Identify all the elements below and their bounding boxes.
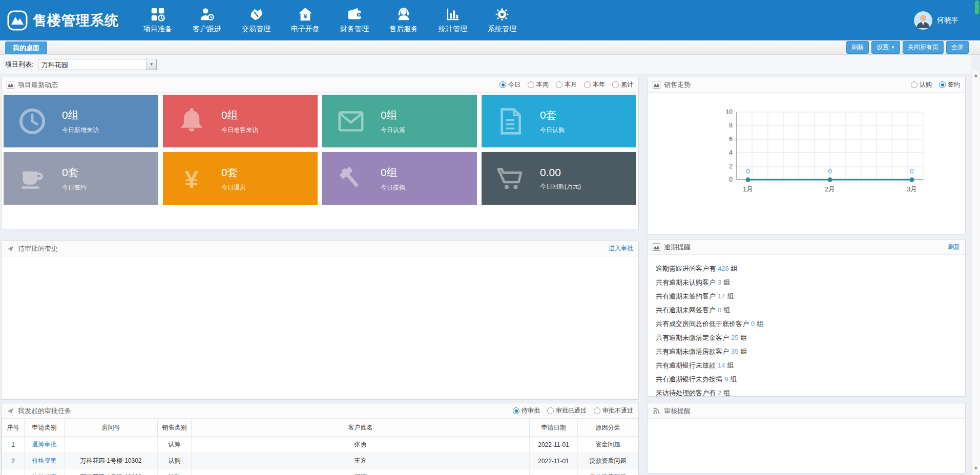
svg-text:3月: 3月 bbox=[907, 185, 917, 193]
card-contracts[interactable]: 0套 今日签约 bbox=[4, 152, 158, 205]
panel-overdue-header: 逾期提醒 刷新 bbox=[648, 240, 965, 255]
project-select-dropdown-button[interactable]: ▼ bbox=[147, 59, 156, 70]
radio-pending-approval[interactable]: 待审批 bbox=[513, 406, 540, 415]
refresh-button[interactable]: 刷新 bbox=[846, 41, 869, 54]
card-subscriptions[interactable]: 0组 今日认筹 bbox=[322, 95, 477, 147]
tab-actions: 刷新 设置 ▼ 关闭所有页 全屏 bbox=[846, 40, 980, 54]
after-sales-icon bbox=[396, 7, 411, 22]
audit-reminder-body bbox=[648, 419, 965, 473]
project-select[interactable]: 万科花园 ▼ bbox=[38, 59, 157, 70]
close-all-pages-button[interactable]: 关闭所有页 bbox=[903, 41, 944, 54]
stat-cards: 0组 今日新增来访 0组 今日老客来访 0组 今日认筹 bbox=[2, 93, 638, 207]
radio-rejected[interactable]: 审批不通过 bbox=[594, 406, 633, 415]
project-prepare-icon bbox=[150, 7, 165, 22]
radio-today[interactable]: 今日 bbox=[499, 80, 520, 89]
card-mortgages[interactable]: 0组 今日按揭 bbox=[322, 152, 477, 205]
overdue-list: 逾期需跟进的客户有426组 共有逾期未认购客户3组 共有逾期未签约客户17组 共… bbox=[648, 255, 965, 406]
panel-title: 我发起的审批任务 bbox=[18, 406, 71, 416]
tab-my-desktop[interactable]: 我的桌面 bbox=[5, 41, 47, 54]
radio-this-week[interactable]: 本周 bbox=[528, 80, 549, 89]
nav-item-after-sales[interactable]: 售后服务 bbox=[387, 7, 420, 34]
nav-item-trade-manage[interactable]: 交易管理 bbox=[240, 7, 273, 34]
project-toolbar: 项目列表: 万科花园 ▼ bbox=[0, 55, 971, 74]
page-scrollbar[interactable]: ▲ ▼ bbox=[971, 71, 980, 475]
sales-trend-chart-area: 10 8 6 4 2 0 0 0 0 1月 2月 3月 bbox=[648, 93, 965, 201]
radio-approved[interactable]: 审批已通过 bbox=[547, 406, 587, 415]
fullscreen-button[interactable]: 全屏 bbox=[946, 41, 969, 54]
panel-project-latest-header: 项目最新动态 今日 本周 本月 本年 累计 bbox=[2, 77, 638, 93]
user-menu[interactable]: 何晓平 bbox=[914, 11, 980, 30]
bell-icon bbox=[177, 107, 206, 136]
nav-item-customer-follow[interactable]: 客户跟进 bbox=[191, 7, 223, 34]
overdue-item: 共有逾期未签约客户17组 bbox=[656, 289, 957, 303]
overdue-item: 共有逾期银行未放款14组 bbox=[656, 358, 957, 372]
table-header-row: 序号 申请类别 房间号 销售类别 客户姓名 申请日期 原因分类 bbox=[2, 419, 638, 437]
scroll-down-arrow[interactable]: ▼ bbox=[972, 465, 980, 472]
overdue-item: 共有逾期未缴清房款客户35组 bbox=[656, 344, 957, 358]
svg-text:2: 2 bbox=[729, 163, 733, 170]
card-purchases[interactable]: 0套 今日认购 bbox=[482, 95, 636, 147]
radio-total[interactable]: 累计 bbox=[612, 80, 633, 89]
overdue-item: 共有逾期未缴清定金客户25组 bbox=[656, 331, 957, 344]
cart-icon bbox=[496, 164, 525, 193]
trend-filters: 认购 签约 bbox=[911, 80, 960, 89]
tab-bar: 我的桌面 刷新 设置 ▼ 关闭所有页 全屏 bbox=[0, 40, 980, 55]
app-title: 售楼管理系统 bbox=[33, 11, 119, 30]
logo-mountain-icon bbox=[7, 10, 28, 31]
panel-approval-tasks-header: 我发起的审批任务 待审批 审批已通过 审批不通过 bbox=[2, 403, 638, 419]
pending-changes-body bbox=[2, 256, 638, 399]
top-navbar: 售楼管理系统 项目准备 客户跟进 交易管理 bbox=[0, 0, 980, 40]
panel-title: 待审批的变更 bbox=[18, 244, 58, 253]
svg-text:1月: 1月 bbox=[743, 185, 753, 193]
panel-pending-changes: 待审批的变更 进入审批 bbox=[1, 241, 639, 400]
radio-this-month[interactable]: 本月 bbox=[556, 80, 577, 89]
project-select-value: 万科花园 bbox=[38, 59, 147, 70]
table-row: 1 退筹审批 认筹 张勇 2022-11-01 资金问题 bbox=[2, 437, 638, 453]
table-row: 3 特批优惠 万科花园-1号楼-10202 认购 汀汀 2022-10-31 贷… bbox=[2, 469, 638, 475]
svg-text:6: 6 bbox=[729, 136, 733, 143]
card-returning-visits[interactable]: 0组 今日老客来访 bbox=[163, 95, 318, 147]
svg-text:8: 8 bbox=[729, 122, 733, 129]
settings-button[interactable]: 设置 ▼ bbox=[871, 41, 900, 54]
card-refunds[interactable]: ¥ 0套 今日退房 bbox=[163, 152, 318, 205]
card-new-visits[interactable]: 0组 今日新增来访 bbox=[4, 95, 158, 147]
overdue-item: 共有逾期银行未办按揭9组 bbox=[656, 372, 957, 386]
approval-tasks-table: 序号 申请类别 房间号 销售类别 客户姓名 申请日期 原因分类 1 退筹审批 认… bbox=[2, 419, 638, 475]
main-menu: 项目准备 客户跟进 交易管理 ¥ 电子开盘 bbox=[141, 7, 518, 34]
enter-approval-link[interactable]: 进入审批 bbox=[609, 244, 633, 253]
nav-item-project-prepare[interactable]: 项目准备 bbox=[141, 7, 174, 34]
scroll-indicator[interactable] bbox=[975, 1, 979, 14]
task-type-link[interactable]: 价格变更 bbox=[32, 457, 57, 464]
panel-title: 销售走势 bbox=[664, 80, 691, 90]
panel-title: 审核提醒 bbox=[664, 406, 691, 416]
panel-title: 逾期提醒 bbox=[664, 243, 691, 252]
paper-plane-icon bbox=[7, 245, 14, 252]
nav-item-statistics[interactable]: 统计管理 bbox=[436, 7, 469, 34]
svg-text:0: 0 bbox=[746, 167, 749, 175]
nav-item-system-settings[interactable]: 系统管理 bbox=[486, 7, 518, 34]
area-chart-icon bbox=[7, 81, 14, 89]
system-settings-icon bbox=[494, 7, 510, 22]
rss-icon bbox=[653, 407, 660, 415]
scroll-up-arrow[interactable]: ▲ bbox=[972, 72, 980, 79]
panel-sales-trend: 销售走势 认购 签约 bbox=[647, 77, 966, 234]
overdue-refresh-link[interactable]: 刷新 bbox=[948, 243, 960, 251]
avatar bbox=[914, 11, 932, 30]
radio-contract[interactable]: 签约 bbox=[939, 80, 960, 89]
customer-follow-icon bbox=[199, 7, 215, 22]
nav-item-finance-manage[interactable]: 财务管理 bbox=[338, 7, 371, 34]
radio-this-year[interactable]: 本年 bbox=[584, 80, 605, 89]
radio-purchase[interactable]: 认购 bbox=[911, 80, 932, 89]
svg-text:0: 0 bbox=[910, 167, 913, 175]
finance-manage-icon bbox=[347, 7, 362, 22]
task-type-link[interactable]: 退筹审批 bbox=[32, 441, 57, 448]
panel-approval-tasks: 我发起的审批任务 待审批 审批已通过 审批不通过 序号 申请类别 房间号 销售类… bbox=[1, 403, 639, 475]
svg-text:4: 4 bbox=[729, 149, 733, 156]
document-icon bbox=[496, 107, 525, 136]
svg-text:2月: 2月 bbox=[825, 185, 835, 193]
gavel-icon bbox=[337, 164, 365, 193]
avatar-image bbox=[914, 11, 932, 30]
card-payments-received[interactable]: 0.00 今日回款(万元) bbox=[482, 152, 636, 205]
nav-item-e-opening[interactable]: ¥ 电子开盘 bbox=[289, 7, 322, 34]
svg-text:0: 0 bbox=[828, 167, 831, 175]
